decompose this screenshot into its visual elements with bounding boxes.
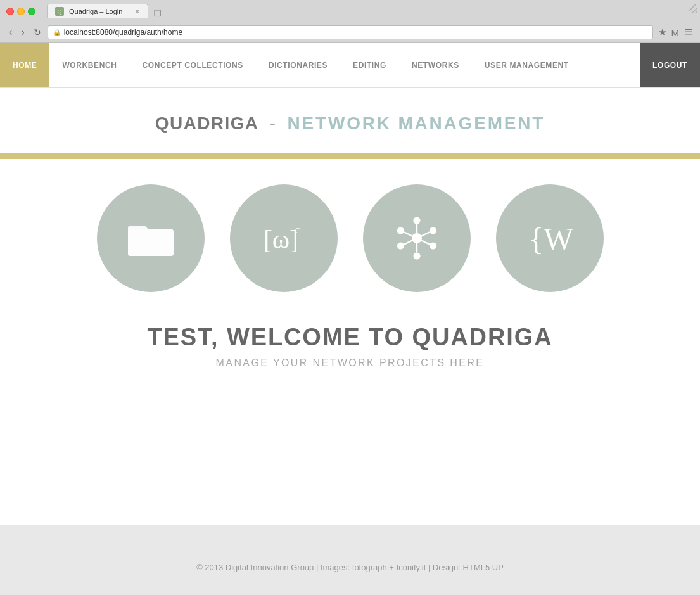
tab-close-icon[interactable]: ✕ — [134, 8, 140, 16]
svg-point-5 — [430, 242, 436, 249]
refresh-button[interactable]: ↻ — [31, 26, 44, 39]
gold-divider — [0, 153, 700, 159]
main-nav: HOME WORKBENCH CONCEPT COLLECTIONS DICTI… — [0, 43, 700, 88]
new-tab-button[interactable]: ◻ — [148, 6, 167, 18]
welcome-section: TEST, WELCOME TO QUADRIGA MANAGE YOUR NE… — [0, 311, 700, 407]
header-line-left — [13, 124, 149, 124]
svg-point-8 — [397, 227, 404, 234]
svg-point-4 — [430, 227, 436, 234]
page-header: QUADRIGA - NETWORK MANAGEMENT — [0, 88, 700, 153]
menu-button[interactable]: ☰ — [683, 25, 694, 39]
brand-name: QUADRIGA — [155, 113, 259, 133]
footer-design-label: | Design: — [426, 563, 462, 572]
browser-tab[interactable]: Q Quadriga – Login ✕ — [47, 4, 148, 18]
concept-icon-circle[interactable]: [ω] c — [230, 184, 338, 292]
footer-iconify-link[interactable]: Iconify.it — [397, 563, 426, 572]
nav-item-workbench[interactable]: WORKBENCH — [49, 43, 129, 87]
icons-row: [ω] c — [0, 159, 700, 311]
forward-button[interactable]: › — [18, 25, 27, 39]
footer-copyright: © 2013 Digital Innovation Group | Images… — [196, 563, 352, 572]
maximize-button[interactable] — [28, 8, 35, 15]
address-bar[interactable]: 🔒 localhost:8080/quadriga/auth/home — [48, 25, 653, 39]
folder-icon — [125, 213, 176, 264]
tab-favicon: Q — [55, 7, 64, 16]
footer-text: © 2013 Digital Innovation Group | Images… — [13, 563, 687, 572]
header-dash: - — [270, 113, 277, 133]
footer-plus: + — [387, 563, 397, 572]
browser-chrome: Q Quadriga – Login ✕ ◻ ‹ › ↻ 🔒 localhost… — [0, 0, 700, 43]
nav-item-home[interactable]: HOME — [0, 43, 49, 87]
nav-item-logout[interactable]: LOGOUT — [640, 43, 700, 87]
nav-item-concept-collections[interactable]: CONCEPT COLLECTIONS — [129, 43, 255, 87]
welcome-subtitle: MANAGE YOUR NETWORK PROJECTS HERE — [13, 357, 687, 369]
folder-icon-circle[interactable] — [97, 184, 205, 292]
workbench-icon-circle[interactable]: {W} — [496, 184, 604, 292]
tab-title: Quadriga – Login — [69, 8, 122, 15]
svg-text:[ω]: [ω] — [264, 225, 298, 254]
app-wrapper: HOME WORKBENCH CONCEPT COLLECTIONS DICTI… — [0, 43, 700, 525]
gmail-button[interactable]: M — [670, 26, 681, 39]
svg-text:{W}: {W} — [528, 222, 575, 257]
nav-item-networks[interactable]: NETWORKS — [399, 43, 472, 87]
minimize-button[interactable] — [17, 8, 25, 15]
nav-item-user-management[interactable]: USER MANAGEMENT — [472, 43, 582, 87]
workbench-icon: {W} — [525, 213, 575, 264]
resize-handle[interactable] — [687, 3, 697, 13]
security-icon: 🔒 — [53, 29, 61, 36]
footer-html5up-link[interactable]: HTML5 UP — [463, 563, 504, 572]
header-line-right — [551, 124, 687, 124]
concept-icon: [ω] c — [258, 213, 309, 264]
svg-point-7 — [397, 242, 404, 249]
footer: © 2013 Digital Innovation Group | Images… — [0, 525, 700, 595]
browser-titlebar: Q Quadriga – Login ✕ ◻ — [0, 0, 700, 22]
svg-text:c: c — [295, 223, 300, 236]
header-subtitle: NETWORK MANAGEMENT — [288, 113, 545, 133]
toolbar-actions: ★ M ☰ — [657, 25, 694, 39]
url-text: localhost:8080/quadriga/auth/home — [64, 28, 182, 37]
network-icon — [391, 213, 442, 264]
header-text: QUADRIGA - NETWORK MANAGEMENT — [155, 113, 545, 134]
welcome-title: TEST, WELCOME TO QUADRIGA — [13, 324, 687, 351]
traffic-lights — [6, 8, 35, 15]
svg-point-3 — [413, 217, 420, 224]
browser-toolbar: ‹ › ↻ 🔒 localhost:8080/quadriga/auth/hom… — [0, 22, 700, 42]
nav-item-dictionaries[interactable]: DICTIONARIES — [256, 43, 340, 87]
bookmark-button[interactable]: ★ — [657, 25, 668, 39]
network-icon-circle[interactable] — [363, 184, 471, 292]
tab-bar: Q Quadriga – Login ✕ ◻ — [47, 4, 694, 18]
nav-item-editing[interactable]: EDITING — [340, 43, 399, 87]
svg-point-6 — [413, 252, 420, 259]
back-button[interactable]: ‹ — [6, 25, 15, 39]
footer-fotograph-link[interactable]: fotograph — [352, 563, 387, 572]
close-button[interactable] — [6, 8, 14, 15]
